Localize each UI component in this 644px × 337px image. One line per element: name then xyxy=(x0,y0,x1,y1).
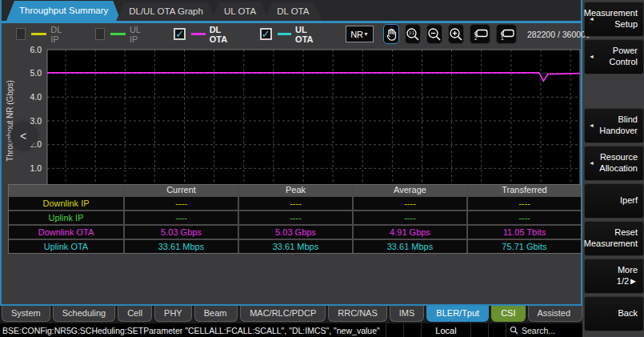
sample-counter: 282200 / 360000 xyxy=(527,30,590,39)
throughput-summary-table: Current Peak Average Transferred Downlin… xyxy=(8,184,582,254)
ul-ota-label: UL OTA xyxy=(295,25,318,44)
legend-toolbar-row: ✓ DL IP ✓ UL IP ✓ DL OTA ✓ UL OTA NR xyxy=(2,23,581,45)
zoom-out-icon xyxy=(427,27,442,42)
left-arrow-icon: ◄ xyxy=(589,122,594,130)
cell-uplink-ip-current: ---- xyxy=(125,211,238,224)
tab-assisted-tx-meas[interactable]: Assisted Tx Meas xyxy=(528,306,582,322)
tab-dlul-ota-graph[interactable]: DL/UL OTA Graph xyxy=(116,2,216,21)
left-arrow-icon: ◄ xyxy=(589,54,594,61)
svg-text:6.0: 6.0 xyxy=(30,45,42,54)
button-label: Blind Handover xyxy=(599,114,638,137)
zoom-out-button[interactable] xyxy=(426,24,442,44)
status-cell xyxy=(403,323,421,337)
y-axis-label: Throughput NR (Gbps) xyxy=(6,80,14,162)
button-label: Power Control xyxy=(610,46,638,68)
zoom-in-button[interactable] xyxy=(448,24,464,44)
legend-item-dl-ota[interactable]: ✓ DL OTA xyxy=(174,25,232,44)
more-pages-button[interactable]: More 1/2► xyxy=(584,259,644,294)
softkey-spacer xyxy=(584,77,644,106)
checkmark-icon: ✓ xyxy=(262,29,270,39)
tab-rrc-nas[interactable]: RRC/NAS xyxy=(328,306,387,322)
marker-1-button[interactable]: 1 xyxy=(496,24,517,44)
tab-ims[interactable]: IMS xyxy=(390,306,425,322)
tab-throughput-summary[interactable]: Throughput Summary xyxy=(6,1,121,21)
blind-handover-button[interactable]: ◄ Blind Handover xyxy=(584,108,644,143)
scpi-command-text: BSE:CONFig:NR5G:SCHeduling:SETParameter … xyxy=(0,326,386,335)
legend-item-dl-ip[interactable]: ✓ DL IP xyxy=(16,25,68,44)
cell-uplink-ip-transferred: ---- xyxy=(468,211,581,224)
checkmark-icon: ✓ xyxy=(175,29,184,39)
top-tab-bar: Throughput Summary DL/UL OTA Graph UL OT… xyxy=(2,0,581,21)
button-label: Reset Measurement xyxy=(584,227,638,250)
pan-tool-button[interactable] xyxy=(383,24,399,44)
measurement-setup-button[interactable]: ◄ Measurement Setup xyxy=(584,2,644,37)
column-header-transferred: Transferred xyxy=(468,185,581,195)
cell-uplink-ip-average: ---- xyxy=(354,211,466,224)
zoom-1-1-button[interactable]: 1:1 xyxy=(405,24,421,44)
cell-downlink-ota-current: 5.03 Gbps xyxy=(125,226,238,239)
svg-text:1:1: 1:1 xyxy=(409,31,414,35)
left-arrow-icon: ◄ xyxy=(589,160,594,167)
dl-ip-checkbox[interactable]: ✓ xyxy=(16,28,26,40)
dl-ip-label: DL IP xyxy=(50,25,67,44)
legend-item-ul-ota[interactable]: ✓ UL OTA xyxy=(260,25,318,44)
cell-uplink-ota-average: 33.61 Mbps xyxy=(354,240,466,253)
status-cell xyxy=(488,323,506,337)
ul-ota-line-swatch xyxy=(278,33,291,35)
svg-text:1.0: 1.0 xyxy=(30,163,42,173)
cell-uplink-ota-current: 33.61 Mbps xyxy=(125,240,238,253)
instrument-screen: Throughput Summary DL/UL OTA Graph UL OT… xyxy=(0,0,644,337)
cell-uplink-ip-peak: ---- xyxy=(239,211,352,224)
power-control-button[interactable]: ◄ Power Control xyxy=(584,39,644,74)
svg-text:2: 2 xyxy=(474,34,478,40)
ul-ota-checkbox[interactable]: ✓ xyxy=(260,28,272,40)
column-header xyxy=(9,185,123,195)
resource-allocation-button[interactable]: ◄ Resource Allocation xyxy=(584,146,644,181)
tab-csi[interactable]: CSI xyxy=(491,306,525,322)
dl-ota-checkbox[interactable]: ✓ xyxy=(174,28,186,40)
svg-text:4.0: 4.0 xyxy=(30,92,42,102)
column-header-current: Current xyxy=(125,185,238,195)
cell-uplink-ota-transferred: 75.71 Gbits xyxy=(468,240,581,253)
status-bar: BSE:CONFig:NR5G:SCHeduling:SETParameter … xyxy=(0,323,582,337)
chevron-left-icon: < xyxy=(20,130,26,142)
legend-item-ul-ip[interactable]: ✓ UL IP xyxy=(95,25,147,44)
ul-ip-checkbox[interactable]: ✓ xyxy=(95,28,105,40)
tab-ul-ota[interactable]: UL OTA xyxy=(211,2,269,21)
cell-downlink-ip-peak: ---- xyxy=(239,197,352,210)
button-label: Back xyxy=(618,308,638,319)
left-arrow-icon: ◄ xyxy=(589,16,594,23)
svg-text:3.0: 3.0 xyxy=(30,116,42,126)
bottom-tab-bar: System Scheduling Cell PHY Beam Mgmt MAC… xyxy=(0,306,582,323)
cell-downlink-ota-average: 4.91 Gbps xyxy=(354,226,466,239)
cell-downlink-ota-peak: 5.03 Gbps xyxy=(239,226,352,239)
marker-2-button[interactable]: 2 xyxy=(470,24,490,44)
row-label-uplink-ota: Uplink OTA xyxy=(9,240,123,253)
dl-ota-line-swatch xyxy=(191,33,205,35)
svg-text:5.0: 5.0 xyxy=(30,68,42,78)
back-button[interactable]: Back xyxy=(584,296,644,331)
dl-ip-line-swatch xyxy=(31,33,46,35)
collapse-panel-handle[interactable]: < xyxy=(10,123,36,149)
softkey-sidebar: ◄ Measurement Setup ◄ Power Control ◄ Bl… xyxy=(584,0,644,337)
tab-bler-tput[interactable]: BLER/Tput xyxy=(426,306,489,322)
reset-measurement-button[interactable]: Reset Measurement xyxy=(584,221,644,256)
tab-phy[interactable]: PHY xyxy=(154,306,192,322)
tab-beam-mgmt[interactable]: Beam Mgmt xyxy=(194,306,238,322)
search-field[interactable]: Search... xyxy=(506,323,582,337)
column-header-average: Average xyxy=(354,185,466,195)
chevron-down-icon: ▼ xyxy=(363,31,369,37)
marker-2-icon: 2 xyxy=(470,27,490,42)
ul-ip-label: UL IP xyxy=(130,25,146,44)
tech-select-dropdown[interactable]: NR ▼ xyxy=(346,26,374,42)
tab-mac-rlc-pdcp[interactable]: MAC/RLC/PDCP xyxy=(240,306,326,322)
button-label: Iperf xyxy=(620,195,638,207)
status-cell xyxy=(470,323,488,337)
row-label-uplink-ip: Uplink IP xyxy=(9,211,123,224)
tab-scheduling[interactable]: Scheduling xyxy=(53,306,115,322)
tab-system[interactable]: System xyxy=(2,306,50,322)
tab-cell[interactable]: Cell xyxy=(118,306,152,322)
tab-dl-ota[interactable]: DL OTA xyxy=(264,2,322,21)
iperf-button[interactable]: Iperf xyxy=(584,183,644,219)
cell-downlink-ip-current: ---- xyxy=(125,197,238,210)
